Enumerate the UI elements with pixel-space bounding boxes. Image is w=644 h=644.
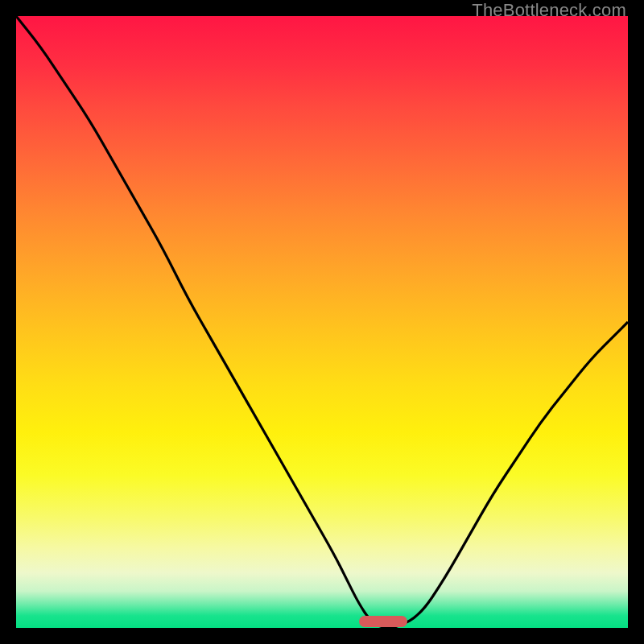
optimal-marker (359, 616, 408, 627)
plot-area (16, 16, 628, 628)
bottleneck-curve (16, 16, 628, 628)
chart-frame: TheBottleneck.com (0, 0, 644, 644)
watermark-text: TheBottleneck.com (472, 0, 626, 21)
